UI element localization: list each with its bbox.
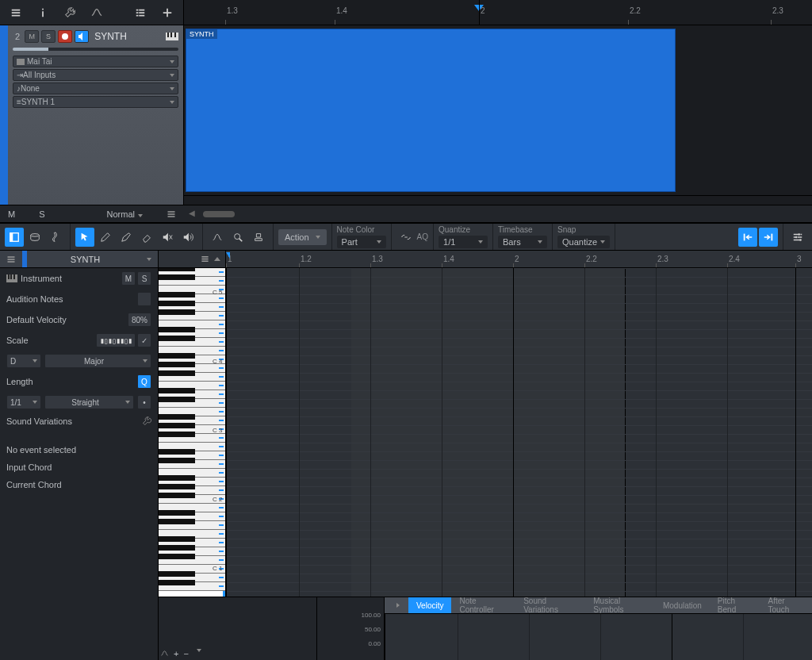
solo-button[interactable]: S	[41, 30, 56, 43]
velocity-tab[interactable]: Musical Symbols	[585, 597, 655, 613]
scale-key-select[interactable]: D	[6, 354, 41, 368]
marker-icon[interactable]	[214, 257, 220, 261]
automation-mode-select[interactable]: Normal	[107, 209, 143, 219]
velocity-tab[interactable]: Sound Variations	[515, 597, 585, 613]
inspector-title-bar: SYNTH	[0, 251, 158, 268]
ruler-label: 1.2	[301, 255, 312, 263]
list-icon[interactable]	[131, 3, 150, 22]
vel-tick: 50.00	[365, 626, 381, 633]
drum-mode-icon[interactable]	[25, 228, 44, 247]
input-select[interactable]: ⇥ All Inputs	[13, 69, 178, 81]
midi-clip[interactable]: SYNTH	[186, 29, 676, 192]
snap-left-icon[interactable]	[738, 228, 757, 247]
global-solo-button[interactable]: S	[39, 209, 44, 219]
curve-icon[interactable]	[208, 228, 227, 247]
velocity-tab[interactable]: After Touch	[760, 597, 812, 613]
part-mute-button[interactable]: M	[121, 271, 136, 286]
length-value-select[interactable]: 1/1	[6, 395, 41, 409]
snap-select[interactable]: Quantize	[557, 236, 610, 248]
output-select[interactable]: ♪ None	[13, 82, 178, 94]
pencil-tool-icon[interactable]	[96, 228, 115, 247]
scale-mode-select[interactable]: Major	[44, 354, 151, 368]
swing-select[interactable]: Straight	[44, 395, 134, 409]
piano-keyboard[interactable]: C 5C 4C 3C 2C 1	[159, 268, 226, 597]
timebase-select[interactable]: Bars	[498, 236, 547, 248]
settings-icon[interactable]	[788, 228, 807, 247]
channel-select[interactable]: ≡ SYNTH 1	[13, 96, 178, 108]
plus-icon[interactable]: +	[174, 649, 178, 658]
chevron-down-icon[interactable]	[197, 649, 201, 658]
velocity-label: Default Velocity	[6, 315, 128, 324]
aq-group: AQ	[392, 224, 434, 250]
velocity-tab[interactable]: Modulation	[655, 597, 710, 613]
snap-right-icon[interactable]	[759, 228, 778, 247]
svg-point-18	[799, 239, 802, 241]
svg-point-9	[31, 233, 40, 236]
quantize-select[interactable]: 1/1	[439, 236, 488, 248]
dot-button[interactable]: •	[137, 395, 151, 409]
playhead-flag[interactable]	[226, 252, 230, 259]
scrollbar-thumb[interactable]	[203, 211, 235, 217]
paint-tool-icon[interactable]	[117, 228, 136, 247]
velocity-tab[interactable]: Velocity	[408, 597, 451, 613]
arrange-footer: M S Normal ◀	[0, 205, 812, 222]
list-icon[interactable]	[201, 255, 209, 263]
arrange-lanes[interactable]: SYNTH	[184, 25, 812, 205]
record-arm-button[interactable]	[58, 30, 72, 43]
automation-icon[interactable]	[87, 3, 106, 22]
track-header[interactable]: 2 M S SYNTH Mai Tai ⇥ All Inputs ♪ None …	[8, 25, 184, 205]
scale-toggle[interactable]: ✓	[137, 333, 151, 347]
ruler-label: 1.3	[227, 6, 238, 15]
list-icon[interactable]	[167, 209, 176, 219]
scale-keyboard-icon[interactable]: ▮▯▮▯▮▮▯▮	[96, 333, 136, 347]
midi-ruler-row: 11.21.31.422.22.32.43	[159, 251, 812, 268]
timebase-label: Timebase	[498, 226, 547, 234]
velocity-tab[interactable]: Pitch Bend	[710, 597, 760, 613]
velocity-value[interactable]: 80%	[128, 313, 151, 327]
instrument-select[interactable]: Mai Tai	[13, 56, 178, 67]
mute-tool-icon[interactable]	[158, 228, 177, 247]
velocity-tab[interactable]: Note Controller	[451, 597, 515, 613]
arrange-scrollbar[interactable]: ◀	[184, 205, 812, 223]
info-icon[interactable]	[33, 3, 52, 22]
monitor-button[interactable]	[75, 30, 89, 43]
midi-ruler[interactable]: 11.21.31.422.22.32.43	[226, 251, 812, 267]
part-solo-button[interactable]: S	[137, 271, 151, 286]
global-mute-button[interactable]: M	[8, 209, 15, 219]
eraser-tool-icon[interactable]	[137, 228, 156, 247]
curve-icon[interactable]	[160, 649, 169, 658]
scale-label: Scale	[6, 336, 96, 345]
current-chord-label: Current Chord	[6, 480, 151, 489]
stamp-icon[interactable]	[249, 228, 268, 247]
collapse-icon[interactable]	[385, 597, 408, 613]
listen-tool-icon[interactable]	[178, 228, 197, 247]
length-quantize-button[interactable]: Q	[137, 374, 151, 389]
zoom-icon[interactable]	[228, 228, 247, 247]
octave-label: C 4	[213, 358, 222, 365]
wrench-icon[interactable]	[60, 3, 79, 22]
keyboard-icon[interactable]	[166, 33, 178, 40]
note-color-select[interactable]: Part	[337, 236, 386, 248]
velocity-grid[interactable]	[385, 613, 812, 660]
arrange-ruler[interactable]: 1.31.422.22.3	[184, 0, 812, 25]
audition-toggle[interactable]	[137, 292, 151, 306]
svg-line-13	[239, 238, 243, 241]
burger-icon[interactable]	[0, 255, 22, 264]
burger-icon[interactable]	[6, 3, 25, 22]
track-fader[interactable]	[13, 48, 178, 51]
wrench-icon[interactable]	[142, 416, 151, 426]
vel-tick: 0.00	[368, 640, 381, 647]
note-grid[interactable]	[226, 268, 812, 597]
svg-rect-6	[17, 59, 25, 65]
add-track-icon[interactable]	[158, 3, 177, 22]
piano-roll-mode-icon[interactable]	[5, 228, 24, 247]
score-mode-icon[interactable]	[46, 228, 65, 247]
mute-button[interactable]: M	[25, 30, 39, 43]
action-menu-button[interactable]: Action	[278, 229, 327, 245]
ruler-label: 3	[797, 255, 802, 263]
link-icon[interactable]	[396, 228, 416, 247]
arrow-tool-icon[interactable]	[75, 228, 94, 247]
ruler-label: 2.2	[630, 6, 641, 15]
track-list-toolbar	[0, 0, 184, 25]
minus-icon[interactable]: −	[183, 649, 188, 658]
